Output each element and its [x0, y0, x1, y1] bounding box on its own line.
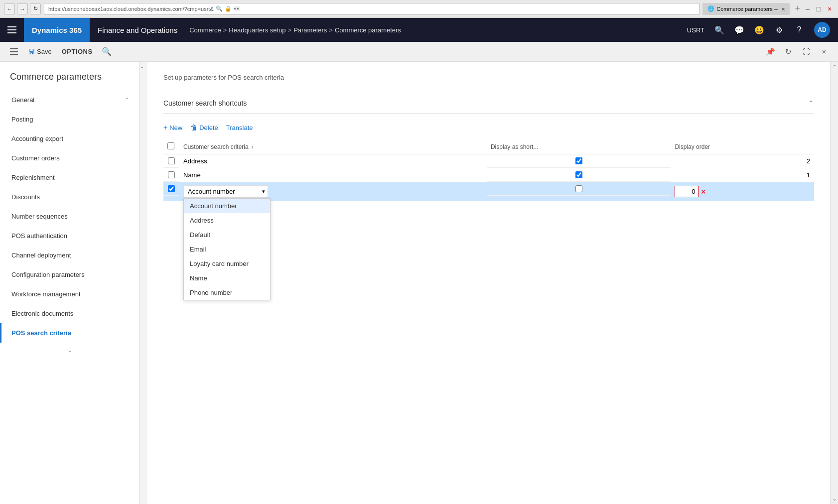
- maximize-button[interactable]: □: [814, 4, 823, 13]
- sidebar-item-number-sequences[interactable]: Number sequences: [0, 207, 139, 226]
- display-order-input[interactable]: [675, 186, 698, 197]
- nav-commerce[interactable]: Commerce: [189, 26, 221, 34]
- emoji-tool-button[interactable]: 😀: [750, 21, 768, 39]
- row-checkbox[interactable]: [168, 171, 175, 178]
- expand-icon[interactable]: ⛶: [798, 44, 814, 60]
- content-area: Set up parameters for POS search criteri…: [147, 62, 830, 504]
- display-shortcut-checkbox[interactable]: [575, 171, 582, 178]
- sidebar-item-channel-deployment[interactable]: Channel deployment: [0, 246, 139, 265]
- window-controls: – □ ×: [803, 4, 834, 13]
- grid-toolbar: + New 🗑 Delete Translate: [163, 120, 814, 135]
- sidebar-item-electronic-documents[interactable]: Electronic documents: [0, 304, 139, 323]
- dropdown-list-item[interactable]: Email: [184, 242, 270, 256]
- sidebar-collapse-button[interactable]: ⌃: [140, 62, 147, 504]
- sidebar-item-replenishment[interactable]: Replenishment: [0, 168, 139, 187]
- delete-button[interactable]: 🗑 Delete: [190, 122, 218, 133]
- refresh-button[interactable]: ↻: [30, 3, 41, 14]
- sidebar-item-posting[interactable]: Posting: [0, 110, 139, 129]
- new-tab-button[interactable]: +: [795, 3, 800, 13]
- close-action-icon[interactable]: ×: [816, 44, 832, 60]
- dropdown-list-item[interactable]: Address: [184, 213, 270, 228]
- sidebar-toggle-button[interactable]: [6, 44, 22, 60]
- display-shortcut-cell: [487, 182, 671, 196]
- col-header-check: [163, 139, 179, 154]
- search-criteria-select[interactable]: Account numberAddressDefaultEmailLoyalty…: [183, 185, 268, 198]
- browser-chrome: ← → ↻ https://usnconeboxax1aos.cloud.one…: [0, 0, 838, 18]
- forward-button[interactable]: →: [17, 3, 28, 14]
- sidebar-item-general[interactable]: General⌃: [0, 90, 139, 110]
- delete-icon: 🗑: [190, 124, 197, 131]
- display-shortcut-checkbox[interactable]: [575, 157, 582, 164]
- sidebar-item-pos-search-criteria[interactable]: POS search criteria: [0, 323, 139, 343]
- back-button[interactable]: ←: [4, 3, 15, 14]
- table-row[interactable]: Name1: [163, 168, 814, 182]
- nav-commerce-params[interactable]: Commerce parameters: [335, 26, 401, 34]
- dropdown-list-item[interactable]: Phone number: [184, 285, 270, 300]
- clear-order-button[interactable]: ✕: [699, 188, 707, 196]
- pin-icon[interactable]: 📌: [762, 44, 778, 60]
- sidebar-scroll-down[interactable]: ⌄: [0, 343, 139, 358]
- close-button[interactable]: ×: [825, 4, 834, 13]
- sidebar-item-customer-orders[interactable]: Customer orders: [0, 148, 139, 168]
- app-menu-button[interactable]: [0, 18, 24, 42]
- nav-sep-2: >: [288, 26, 292, 34]
- dropdown-list-item[interactable]: Account number: [184, 199, 270, 213]
- sidebar-item-pos-authentication[interactable]: POS authentication: [0, 226, 139, 246]
- minimize-button[interactable]: –: [803, 4, 812, 13]
- app-header: Dynamics 365 Finance and Operations Comm…: [0, 18, 838, 42]
- customer-search-shortcuts-section: Customer search shortcuts ⌃ + New 🗑 Dele…: [163, 93, 814, 201]
- sidebar-item-configuration-parameters[interactable]: Configuration parameters: [0, 265, 139, 284]
- help-tool-button[interactable]: ?: [790, 21, 808, 39]
- row-checkbox[interactable]: [168, 185, 175, 192]
- display-shortcut-checkbox[interactable]: [575, 185, 582, 192]
- options-button[interactable]: OPTIONS: [58, 46, 97, 57]
- sidebar-item-discounts[interactable]: Discounts: [0, 187, 139, 207]
- new-button[interactable]: + New: [163, 122, 182, 133]
- save-button[interactable]: 🖫 Save: [24, 46, 56, 58]
- content-inner: Set up parameters for POS search criteri…: [147, 62, 830, 504]
- search-criteria-cell: Address: [179, 154, 487, 168]
- svg-rect-0: [7, 26, 16, 27]
- table-row[interactable]: Account numberAddressDefaultEmailLoyalty…: [163, 182, 814, 201]
- action-search-button[interactable]: 🔍: [99, 44, 115, 60]
- tab-close-icon[interactable]: ×: [782, 6, 785, 12]
- subsection-header: Customer search shortcuts ⌃: [163, 93, 814, 114]
- breadcrumb: Commerce > Headquarters setup > Paramete…: [185, 26, 679, 34]
- scroll-up-arrow[interactable]: ⌃: [831, 63, 838, 72]
- address-bar[interactable]: https://usnconeboxax1aos.cloud.onebox.dy…: [44, 3, 699, 15]
- grid-table: Customer search criteria ↑ Display as sh…: [163, 139, 814, 201]
- select-all-checkbox[interactable]: [167, 142, 174, 149]
- app-product: Finance and Operations: [90, 26, 185, 34]
- sidebar-item-accounting-export[interactable]: Accounting export: [0, 129, 139, 148]
- plus-icon: +: [163, 124, 167, 131]
- tab-title: Commerce parameters --: [716, 6, 778, 12]
- action-bar: 🖫 Save OPTIONS 🔍 📌 ↻ ⛶ ×: [0, 42, 838, 62]
- chat-tool-button[interactable]: 💬: [730, 21, 748, 39]
- nav-hq-setup[interactable]: Headquarters setup: [229, 26, 285, 34]
- nav-sep-3: >: [329, 26, 333, 34]
- options-label: OPTIONS: [62, 48, 93, 55]
- sidebar-collapse-chevron[interactable]: ⌃: [125, 97, 129, 103]
- refresh-action-icon[interactable]: ↻: [780, 44, 796, 60]
- display-order-cell: 2: [671, 154, 814, 168]
- dropdown-list-item[interactable]: Loyalty card number: [184, 256, 270, 271]
- avatar[interactable]: AD: [814, 22, 830, 38]
- dropdown-list-item[interactable]: Name: [184, 271, 270, 285]
- sort-icon[interactable]: ↑: [251, 144, 254, 150]
- table-row[interactable]: Address2: [163, 154, 814, 168]
- search-tool-button[interactable]: 🔍: [710, 21, 728, 39]
- row-checkbox[interactable]: [168, 157, 175, 164]
- delete-label: Delete: [199, 124, 218, 131]
- svg-rect-1: [7, 29, 16, 30]
- sidebar-item-workforce-management[interactable]: Workforce management: [0, 284, 139, 304]
- row-checkbox-cell: [163, 182, 179, 196]
- settings-tool-button[interactable]: ⚙: [770, 21, 788, 39]
- nav-sep-1: >: [223, 26, 227, 34]
- collapse-button[interactable]: ⌃: [808, 99, 814, 107]
- dropdown-list-item[interactable]: Default: [184, 228, 270, 242]
- display-order-cell: ✕: [671, 182, 814, 201]
- translate-button[interactable]: Translate: [226, 122, 253, 133]
- app-logo[interactable]: Dynamics 365: [24, 18, 90, 42]
- nav-parameters[interactable]: Parameters: [293, 26, 327, 34]
- scroll-down-arrow[interactable]: ⌄: [831, 494, 838, 503]
